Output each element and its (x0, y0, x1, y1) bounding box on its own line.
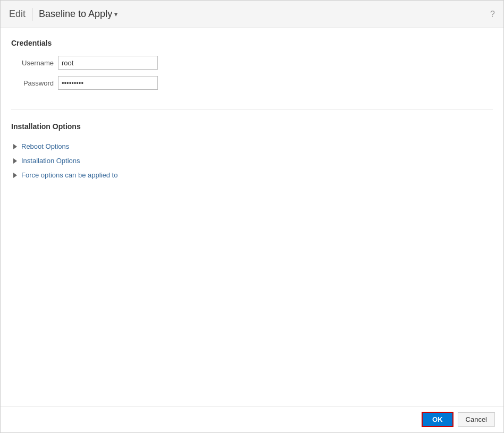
installation-options-section: Installation Options Reboot Options Inst… (11, 122, 493, 182)
header-title-text: Baseline to Apply (39, 9, 112, 20)
force-options-label: Force options can be applied to (21, 171, 117, 179)
reboot-options-label: Reboot Options (21, 142, 69, 150)
force-options-item[interactable]: Force options can be applied to (11, 168, 493, 182)
username-label: Username (11, 59, 54, 67)
credentials-section: Credentials Username Password (11, 39, 493, 109)
installation-options-triangle-icon (13, 158, 17, 164)
installation-options-item[interactable]: Installation Options (11, 154, 493, 168)
username-input[interactable] (58, 56, 158, 70)
edit-baseline-dialog: Edit Baseline to Apply ▾ ? Credentials U… (0, 0, 504, 433)
username-row: Username (11, 56, 493, 70)
reboot-options-item[interactable]: Reboot Options (11, 139, 493, 154)
credentials-title: Credentials (11, 39, 493, 47)
help-icon[interactable]: ? (490, 10, 495, 19)
dialog-footer: OK Cancel (1, 406, 503, 432)
reboot-options-triangle-icon (13, 144, 17, 149)
header-title: Baseline to Apply ▾ (39, 9, 117, 20)
header-edit-label: Edit (9, 9, 26, 20)
password-input[interactable] (58, 76, 158, 90)
header-separator (32, 8, 32, 21)
dialog-content: Credentials Username Password Installati… (1, 28, 503, 406)
password-row: Password (11, 76, 493, 90)
dialog-header: Edit Baseline to Apply ▾ ? (1, 1, 503, 28)
cancel-button[interactable]: Cancel (458, 412, 495, 427)
header-dropdown-icon[interactable]: ▾ (114, 11, 117, 18)
ok-button[interactable]: OK (422, 412, 453, 427)
installation-options-label: Installation Options (21, 157, 80, 165)
password-label: Password (11, 79, 54, 87)
force-options-triangle-icon (13, 173, 17, 178)
installation-options-title: Installation Options (11, 122, 493, 131)
